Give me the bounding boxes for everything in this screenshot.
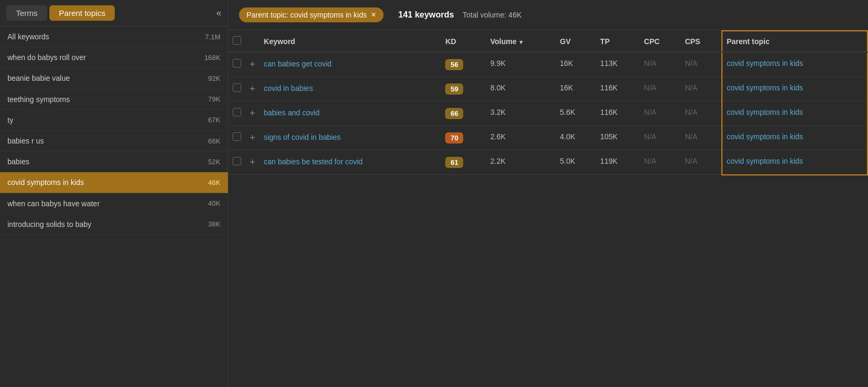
sidebar-item[interactable]: All keywords 7.1M: [0, 27, 228, 47]
keyword-count: 141 keywords: [398, 10, 454, 20]
table-row: + can babies get covid 56 9.9K 16K 113K …: [228, 52, 867, 77]
col-header-check: [228, 31, 245, 52]
row-checkbox-cell: [228, 150, 245, 175]
row-cpc-cell: N/A: [640, 102, 680, 126]
col-header-keyword[interactable]: Keyword: [260, 31, 441, 52]
results-table: Keyword KD Volume ▾ GV TP CPC CPS Parent…: [228, 30, 868, 175]
row-add-cell[interactable]: +: [245, 52, 260, 77]
row-cps-cell: N/A: [680, 52, 722, 77]
sidebar-item-volume: 52K: [208, 158, 220, 166]
table-row: + signs of covid in babies 70 2.6K 4.0K …: [228, 126, 867, 150]
row-tp-cell: 116K: [596, 102, 640, 126]
table-header-row: Keyword KD Volume ▾ GV TP CPC CPS Parent…: [228, 31, 867, 52]
table-body: + can babies get covid 56 9.9K 16K 113K …: [228, 52, 867, 175]
sidebar-item-label: babies: [7, 157, 29, 166]
row-add-cell[interactable]: +: [245, 126, 260, 150]
row-parent-topic-cell[interactable]: covid symptoms in kids: [722, 102, 867, 126]
row-add-cell[interactable]: +: [245, 77, 260, 102]
row-checkbox[interactable]: [233, 157, 241, 165]
row-checkbox[interactable]: [233, 132, 241, 141]
row-cpc-cell: N/A: [640, 52, 680, 77]
row-volume-cell: 3.2K: [486, 102, 556, 126]
sidebar-item[interactable]: when can babys have water 40K: [0, 194, 228, 214]
row-keyword-cell: can babies get covid: [260, 52, 441, 77]
row-add-cell[interactable]: +: [245, 102, 260, 126]
row-kd-cell: 56: [441, 52, 486, 77]
keyword-link[interactable]: babies and covid: [264, 108, 320, 117]
row-gv-cell: 5.0K: [556, 150, 596, 175]
sidebar-item[interactable]: covid symptoms in kids 46K: [0, 172, 228, 193]
keyword-link[interactable]: can babies be tested for covid: [264, 157, 363, 166]
col-header-cpc[interactable]: CPC: [640, 31, 680, 52]
row-kd-cell: 70: [441, 126, 486, 150]
row-checkbox[interactable]: [233, 83, 241, 92]
keyword-link[interactable]: signs of covid in babies: [264, 133, 341, 141]
filter-pill: Parent topic: covid symptoms in kids ×: [239, 7, 384, 22]
row-cps-cell: N/A: [680, 102, 722, 126]
row-kd-cell: 61: [441, 150, 486, 175]
sidebar-tab-bar: Terms Parent topics «: [0, 0, 228, 27]
col-header-volume[interactable]: Volume ▾: [486, 31, 556, 52]
col-header-parent-topic[interactable]: Parent topic: [722, 31, 867, 52]
sidebar: Terms Parent topics « All keywords 7.1M …: [0, 0, 228, 387]
keyword-link[interactable]: covid in babies: [264, 84, 313, 92]
row-checkbox[interactable]: [233, 59, 241, 68]
sidebar-item-volume: 79K: [208, 95, 220, 103]
total-volume: Total volume: 46K: [463, 11, 522, 19]
sidebar-item[interactable]: babies 52K: [0, 152, 228, 172]
row-gv-cell: 16K: [556, 52, 596, 77]
sort-arrow-volume: ▾: [520, 39, 523, 45]
tab-parent-topics[interactable]: Parent topics: [49, 5, 115, 21]
keyword-link[interactable]: can babies get covid: [264, 60, 332, 68]
row-tp-cell: 116K: [596, 77, 640, 102]
row-volume-cell: 8.0K: [486, 77, 556, 102]
sidebar-item-label: when can babys have water: [7, 199, 100, 208]
row-parent-topic-cell[interactable]: covid symptoms in kids: [722, 126, 867, 150]
sidebar-item-label: when do babys roll over: [7, 53, 86, 62]
kd-badge: 59: [445, 83, 463, 95]
sidebar-item[interactable]: when do babys roll over 168K: [0, 47, 228, 68]
tab-terms[interactable]: Terms: [6, 5, 47, 21]
sidebar-item[interactable]: teething symptoms 79K: [0, 89, 228, 110]
sidebar-item[interactable]: introducing solids to baby 38K: [0, 214, 228, 235]
sidebar-item-label: All keywords: [7, 32, 49, 41]
table-row: + babies and covid 66 3.2K 5.6K 116K N/A…: [228, 102, 867, 126]
sidebar-item-label: introducing solids to baby: [7, 220, 91, 229]
select-all-checkbox[interactable]: [233, 36, 241, 45]
row-parent-topic-cell[interactable]: covid symptoms in kids: [722, 77, 867, 102]
row-checkbox-cell: [228, 77, 245, 102]
row-add-cell[interactable]: +: [245, 150, 260, 175]
row-cpc-cell: N/A: [640, 77, 680, 102]
sidebar-item-volume: 40K: [208, 199, 220, 207]
kd-badge: 61: [445, 157, 463, 168]
sidebar-item-label: covid symptoms in kids: [7, 178, 84, 187]
row-cps-cell: N/A: [680, 77, 722, 102]
sidebar-item[interactable]: babies r us 66K: [0, 131, 228, 152]
sidebar-item[interactable]: ty 67K: [0, 110, 228, 131]
row-kd-cell: 66: [441, 102, 486, 126]
collapse-sidebar-button[interactable]: «: [216, 7, 222, 19]
sidebar-item[interactable]: beanie babie value 92K: [0, 68, 228, 89]
filter-pill-close[interactable]: ×: [371, 11, 376, 19]
row-tp-cell: 113K: [596, 52, 640, 77]
sidebar-keyword-list: All keywords 7.1M when do babys roll ove…: [0, 27, 228, 387]
col-header-cps[interactable]: CPS: [680, 31, 722, 52]
kd-badge: 66: [445, 108, 463, 119]
row-checkbox[interactable]: [233, 108, 241, 116]
row-cpc-cell: N/A: [640, 126, 680, 150]
row-checkbox-cell: [228, 52, 245, 77]
row-kd-cell: 59: [441, 77, 486, 102]
sidebar-item-volume: 92K: [208, 74, 220, 82]
row-volume-cell: 2.6K: [486, 126, 556, 150]
row-cps-cell: N/A: [680, 150, 722, 175]
row-parent-topic-cell[interactable]: covid symptoms in kids: [722, 52, 867, 77]
col-header-kd[interactable]: KD: [441, 31, 486, 52]
sidebar-item-volume: 46K: [208, 179, 220, 187]
col-header-gv[interactable]: GV: [556, 31, 596, 52]
col-header-tp[interactable]: TP: [596, 31, 640, 52]
row-parent-topic-cell[interactable]: covid symptoms in kids: [722, 150, 867, 175]
header-stats: 141 keywords Total volume: 46K: [398, 10, 522, 20]
sidebar-item-label: beanie babie value: [7, 73, 70, 83]
col-header-add: [245, 31, 260, 52]
row-gv-cell: 4.0K: [556, 126, 596, 150]
